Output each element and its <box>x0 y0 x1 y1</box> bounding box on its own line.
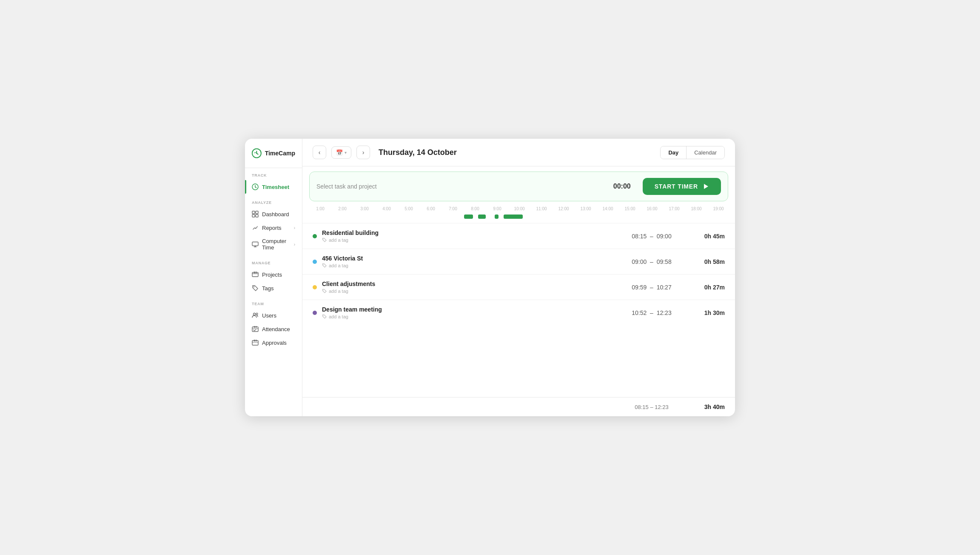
sidebar-item-timesheet[interactable]: Timesheet <box>245 180 302 194</box>
sidebar-item-users[interactable]: Users <box>245 309 302 322</box>
sidebar-item-approvals[interactable]: Approvals <box>245 336 302 349</box>
attendance-label: Attendance <box>262 326 290 332</box>
tag-icon <box>322 263 327 268</box>
sidebar-item-reports[interactable]: Reports › <box>245 221 302 235</box>
entry-name: Residential building <box>322 229 612 236</box>
computer-time-chevron-icon: › <box>294 242 295 247</box>
entry-tag-label: add a tag <box>329 289 348 294</box>
hour-label: 8:00 <box>464 206 486 211</box>
approvals-icon <box>252 339 259 346</box>
sidebar-item-projects[interactable]: Projects <box>245 268 302 281</box>
footer-total-duration: 3h 40m <box>691 403 725 410</box>
entry-row[interactable]: Design team meeting add a tag 10:52 – 12… <box>302 300 735 325</box>
entry-dot <box>313 260 317 264</box>
svg-rect-5 <box>256 215 258 217</box>
users-label: Users <box>262 312 276 319</box>
manage-section: MANAGE Projects <box>245 256 302 297</box>
svg-rect-10 <box>256 272 256 273</box>
attendance-icon <box>252 326 259 332</box>
svg-rect-9 <box>254 272 255 273</box>
sidebar-item-dashboard[interactable]: Dashboard <box>245 207 302 221</box>
svg-rect-7 <box>252 242 258 246</box>
hour-label: 16:00 <box>641 206 663 211</box>
hour-label: 17:00 <box>663 206 685 211</box>
users-icon <box>252 312 259 319</box>
sidebar-item-computer-time[interactable]: Computer Time › <box>245 235 302 254</box>
entry-tag[interactable]: add a tag <box>322 263 612 268</box>
entry-tag[interactable]: add a tag <box>322 289 612 294</box>
entry-dot <box>313 234 317 238</box>
entry-duration: 0h 27m <box>691 284 725 291</box>
logo-icon <box>252 147 262 159</box>
entry-tag-label: add a tag <box>329 237 348 243</box>
timer-task-label[interactable]: Select task and project <box>316 183 607 190</box>
sidebar: TimeCamp TRACK Timesheet ANALYZE <box>245 139 302 416</box>
start-timer-button[interactable]: START TIMER <box>643 178 721 195</box>
sidebar-item-tags[interactable]: Tags <box>245 281 302 295</box>
entry-tag[interactable]: add a tag <box>322 237 612 243</box>
svg-point-21 <box>323 239 324 240</box>
play-icon <box>702 183 709 190</box>
svg-rect-19 <box>256 340 256 341</box>
entry-duration: 0h 45m <box>691 233 725 240</box>
day-view-button[interactable]: Day <box>661 146 687 159</box>
reports-label: Reports <box>262 225 282 231</box>
computer-time-label: Computer Time <box>262 238 291 251</box>
hour-label: 12:00 <box>553 206 575 211</box>
tag-icon <box>322 237 327 243</box>
track-label: TRACK <box>245 173 302 180</box>
svg-point-22 <box>323 264 324 265</box>
entry-info: Design team meeting add a tag <box>322 306 612 319</box>
start-timer-label: START TIMER <box>655 183 698 190</box>
svg-rect-8 <box>252 272 258 277</box>
reports-icon <box>252 224 259 231</box>
entry-time-range: 09:59 – 10:27 <box>618 284 686 291</box>
analyze-label: ANALYZE <box>245 200 302 207</box>
entry-time-range: 09:00 – 09:58 <box>618 258 686 265</box>
svg-rect-3 <box>256 211 258 214</box>
sidebar-item-attendance[interactable]: Attendance <box>245 322 302 336</box>
hour-label: 3:00 <box>353 206 376 211</box>
svg-point-24 <box>323 315 324 316</box>
timer-bar: Select task and project 00:00 START TIME… <box>309 172 728 201</box>
hour-label: 15:00 <box>619 206 641 211</box>
entry-row[interactable]: Client adjustments add a tag 09:59 – 10:… <box>302 274 735 300</box>
timeline-bars <box>309 214 728 220</box>
timer-display: 00:00 <box>613 183 631 190</box>
svg-rect-18 <box>254 340 255 341</box>
tag-icon <box>322 314 327 319</box>
calendar-picker-button[interactable]: 📅 ▾ <box>331 146 351 159</box>
logo-text: TimeCamp <box>265 150 295 157</box>
svg-rect-2 <box>252 211 255 214</box>
hour-label: 13:00 <box>575 206 597 211</box>
entry-row[interactable]: 456 Victoria St add a tag 09:00 – 09:58 … <box>302 249 735 274</box>
entry-dot <box>313 311 317 315</box>
approvals-label: Approvals <box>262 340 287 346</box>
hour-label: 5:00 <box>398 206 420 211</box>
timeline-segment <box>495 215 499 219</box>
entry-tag-label: add a tag <box>329 263 348 268</box>
entry-name: Design team meeting <box>322 306 612 313</box>
entry-tag[interactable]: add a tag <box>322 314 612 319</box>
tag-icon <box>322 289 327 294</box>
svg-rect-16 <box>256 326 256 328</box>
main-content: ‹ 📅 ▾ › Thursday, 14 October Day Calenda… <box>302 139 735 416</box>
footer-time-range: 08:15 – 12:23 <box>618 404 686 410</box>
next-day-button[interactable]: › <box>356 146 370 159</box>
timeline-container: 1:002:003:004:005:006:007:008:009:0010:0… <box>309 206 728 220</box>
entry-name: Client adjustments <box>322 280 612 287</box>
calendar-view-button[interactable]: Calendar <box>687 146 724 159</box>
entry-info: Residential building add a tag <box>322 229 612 243</box>
entry-row[interactable]: Residential building add a tag 08:15 – 0… <box>302 223 735 249</box>
svg-point-13 <box>256 313 258 315</box>
entry-name: 456 Victoria St <box>322 255 612 262</box>
tags-icon <box>252 285 259 292</box>
prev-day-button[interactable]: ‹ <box>313 146 326 159</box>
svg-rect-17 <box>252 340 258 345</box>
svg-rect-15 <box>254 326 255 328</box>
hour-label: 18:00 <box>685 206 707 211</box>
hour-label: 11:00 <box>530 206 553 211</box>
svg-rect-4 <box>252 215 255 217</box>
manage-label: MANAGE <box>245 261 302 268</box>
hour-label: 4:00 <box>376 206 398 211</box>
